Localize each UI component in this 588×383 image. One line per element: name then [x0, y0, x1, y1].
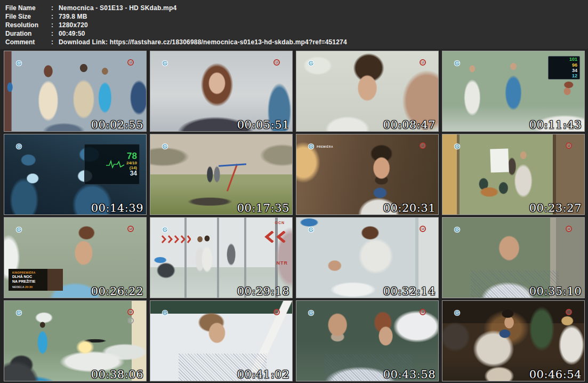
channel-logo-icon — [454, 309, 461, 316]
channel-logo-icon — [454, 60, 461, 67]
video-thumbnail-2: 12 00:05:51 — [150, 51, 293, 132]
channel-logo-icon — [308, 226, 315, 233]
vitals-monitor: 101 96 34 12 — [548, 56, 580, 79]
timestamp: 00:29:18 — [237, 285, 289, 298]
channel-logo-icon — [162, 309, 168, 316]
channel-logo-icon — [308, 60, 315, 67]
meta-row-duration: Duration:00:49:50 — [5, 29, 588, 38]
meta-value-filesize: 739.8 MB — [59, 12, 87, 21]
vitals-value: 12 — [572, 73, 577, 78]
video-thumbnail-12: 12 00:35:10 — [442, 217, 585, 298]
promo-schedule: NEDEĽA 20:30 — [12, 285, 61, 289]
age-rating-icon: 12 — [127, 59, 134, 66]
metadata-header: File Name:Nemocnica - S01E13 - HD SKdab.… — [0, 0, 588, 49]
channel-label: PREMIÉRA — [317, 145, 333, 148]
age-rating-icon: 12 — [420, 142, 426, 149]
channel-logo-icon — [15, 309, 22, 316]
channel-logo-icon — [15, 60, 22, 67]
promo-title-line2: NA PREŽITIE — [12, 280, 61, 284]
meta-colon: : — [51, 4, 59, 12]
vitals-value: 34 — [130, 170, 137, 177]
promo-title-line1: DLHÁ NOC — [12, 275, 61, 279]
meta-label: Duration — [5, 29, 51, 38]
timestamp: 00:17:35 — [237, 202, 289, 214]
timestamp: 00:26:22 — [91, 285, 143, 298]
age-rating-icon: 12 — [566, 142, 572, 149]
channel-logo-icon — [308, 143, 315, 150]
timestamp: 00:41:02 — [237, 368, 289, 381]
meta-row-filename: File Name:Nemocnica - S01E13 - HD SKdab.… — [5, 4, 588, 12]
thumbnail-grid: 12 00:02:55 12 00:05:51 12 00:08:47 101 … — [0, 49, 588, 383]
video-thumbnail-13: 12 00:38:06 — [4, 300, 147, 381]
vitals-value: 101 — [569, 57, 577, 62]
age-rating-icon: 12 — [566, 309, 572, 315]
vitals-value: 24/10 — [126, 161, 137, 165]
meta-label: Comment — [5, 38, 51, 46]
channel-logo-icon — [162, 60, 168, 67]
timestamp: 00:05:51 — [237, 118, 289, 131]
timestamp: 00:43:58 — [383, 368, 436, 381]
age-rating-icon: 12 — [420, 226, 426, 232]
promo-overlay: KINOPREMIÉRA DLHÁ NOC NA PREŽITIE NEDEĽA… — [9, 269, 63, 291]
chevron-left-icons — [262, 231, 286, 243]
meta-value-filename: Nemocnica - S01E13 - HD SKdab.mp4 — [59, 4, 176, 12]
channel-logo-icon — [454, 226, 461, 233]
channel-logo-icon — [15, 143, 22, 150]
video-thumbnail-16: 12 00:46:54 — [442, 300, 585, 381]
timestamp: 00:08:47 — [383, 118, 436, 131]
meta-value-duration: 00:49:50 — [59, 29, 85, 38]
promo-kicker: KINOPREMIÉRA — [12, 271, 61, 274]
glass-signage-text: NTR — [277, 260, 288, 266]
video-thumbnail-7: PREMIÉRA 12 00:20:31 — [296, 134, 439, 215]
video-thumbnail-9: 12 KINOPREMIÉRA DLHÁ NOC NA PREŽITIE NED… — [4, 217, 147, 298]
timestamp: 00:20:31 — [383, 202, 436, 214]
age-rating-icon: 12 — [127, 226, 134, 232]
meta-row-resolution: Resolution:1280x720 — [5, 21, 588, 29]
timestamp: 00:02:55 — [91, 118, 143, 131]
vitals-monitor: 78 24/10 (14) 34 — [84, 144, 140, 185]
video-thumbnail-4: 101 96 34 12 00:11:43 — [442, 51, 585, 132]
meta-value-download-link: Download Link: https://fastshare.cz/1830… — [59, 38, 347, 46]
channel-logo-icon — [308, 309, 315, 316]
meta-colon: : — [51, 21, 59, 29]
age-rating-icon: 12 — [273, 309, 280, 315]
channel-logo-icon — [15, 226, 22, 233]
timestamp: 00:38:06 — [91, 368, 143, 381]
channel-logo-icon — [162, 143, 168, 150]
video-thumbnail-1: 12 00:02:55 — [4, 51, 147, 132]
video-thumbnail-14: 12 00:41:02 — [150, 300, 293, 381]
meta-label: File Name — [5, 4, 51, 12]
timestamp: 00:23:27 — [529, 202, 582, 214]
meta-row-comment: Comment:Download Link: https://fastshare… — [5, 38, 588, 46]
video-thumbnail-15: 12 00:43:58 — [296, 300, 439, 381]
vitals-value: 96 — [572, 62, 577, 68]
age-rating-icon: 12 — [420, 59, 426, 66]
timestamp: 00:14:39 — [91, 202, 143, 214]
glass-signage-text: OCN — [275, 221, 285, 225]
video-thumbnail-11: 12 00:32:14 — [296, 217, 439, 298]
ecg-trace-icon — [106, 159, 124, 170]
age-rating-icon: 12 — [127, 309, 134, 315]
meta-label: File Size — [5, 12, 51, 21]
broadcast-symbol-icon — [127, 317, 134, 324]
channel-logo-icon — [162, 226, 168, 233]
timestamp: 00:35:10 — [529, 285, 582, 298]
video-thumbnail-8: 12 00:23:27 — [442, 134, 585, 215]
meta-colon: : — [51, 38, 59, 46]
video-thumbnail-3: 12 00:08:47 — [296, 51, 439, 132]
meta-value-resolution: 1280x720 — [59, 21, 88, 29]
meta-colon: : — [51, 29, 59, 38]
chevron-right-icons — [161, 235, 191, 243]
video-thumbnail-6: 00:17:35 — [150, 134, 293, 215]
vitals-value: 34 — [572, 68, 577, 73]
age-rating-icon: 12 — [420, 309, 426, 315]
age-rating-icon: 12 — [566, 226, 572, 232]
timestamp: 00:11:43 — [529, 118, 582, 131]
age-rating-icon: 12 — [273, 59, 280, 66]
vitals-value: 78 — [127, 151, 137, 161]
timestamp: 00:46:54 — [529, 368, 582, 381]
channel-logo-icon — [454, 143, 461, 150]
timestamp: 00:32:14 — [383, 285, 436, 298]
meta-label: Resolution — [5, 21, 51, 29]
meta-row-filesize: File Size:739.8 MB — [5, 12, 588, 21]
